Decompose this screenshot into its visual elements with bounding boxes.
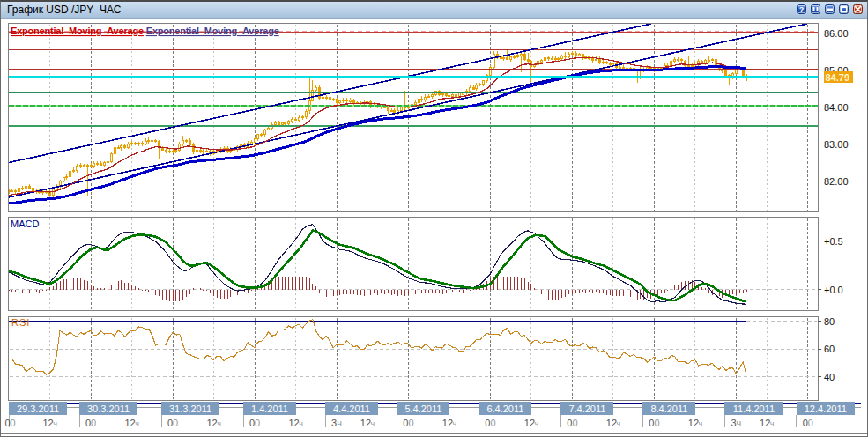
svg-text:00: 00 <box>167 418 178 428</box>
svg-text:5.4.2011: 5.4.2011 <box>404 404 441 414</box>
svg-text:12: 12 <box>688 418 699 428</box>
svg-text:ч: ч <box>535 419 539 428</box>
svg-text:ч: ч <box>135 419 139 428</box>
svg-text:+0.5: +0.5 <box>824 236 843 247</box>
svg-text:12: 12 <box>524 418 535 428</box>
svg-text:11.4.2011: 11.4.2011 <box>733 404 775 414</box>
svg-text:00: 00 <box>649 418 659 428</box>
svg-text:00: 00 <box>85 418 96 428</box>
svg-text:8.4.2011: 8.4.2011 <box>650 404 687 414</box>
svg-text:6.4.2011: 6.4.2011 <box>486 404 523 414</box>
svg-text:00: 00 <box>567 418 577 428</box>
svg-text:12: 12 <box>206 418 217 428</box>
svg-text:7.4.2011: 7.4.2011 <box>568 404 605 414</box>
svg-text:84.79: 84.79 <box>826 72 850 83</box>
svg-text:12: 12 <box>606 418 617 428</box>
svg-text:12: 12 <box>442 418 453 428</box>
svg-text:00: 00 <box>403 418 413 428</box>
svg-text:00: 00 <box>803 418 813 428</box>
svg-text:ч: ч <box>699 419 703 428</box>
svg-text:ч: ч <box>217 419 221 428</box>
svg-text:12: 12 <box>42 418 53 428</box>
svg-text:12: 12 <box>124 418 135 428</box>
svg-text:83.00: 83.00 <box>824 139 849 150</box>
svg-text:00: 00 <box>249 418 260 428</box>
svg-text:3ч: 3ч <box>731 418 741 428</box>
svg-text:4.4.2011: 4.4.2011 <box>333 404 370 414</box>
svg-text:ч: ч <box>453 419 457 428</box>
svg-text:12: 12 <box>288 418 299 428</box>
svg-text:00: 00 <box>485 418 495 428</box>
svg-text:12.4.2011: 12.4.2011 <box>805 404 847 414</box>
svg-text:ч: ч <box>53 419 57 428</box>
svg-text:+0.0: +0.0 <box>824 285 843 295</box>
svg-text:?: ? <box>799 5 804 13</box>
svg-text:ч: ч <box>617 419 621 428</box>
svg-text:82.00: 82.00 <box>824 176 849 187</box>
svg-text:86.00: 86.00 <box>824 28 849 39</box>
svg-text:60: 60 <box>824 344 835 354</box>
svg-text:30.3.2011: 30.3.2011 <box>87 404 130 414</box>
svg-text:MACD: MACD <box>11 218 39 229</box>
svg-text:29.3.2011: 29.3.2011 <box>17 404 59 414</box>
svg-text:ч: ч <box>770 419 775 428</box>
svg-text:84.00: 84.00 <box>824 102 849 113</box>
svg-text:00: 00 <box>4 418 15 428</box>
svg-text:40: 40 <box>824 372 835 382</box>
svg-text:1.4.2011: 1.4.2011 <box>251 404 288 414</box>
svg-text:12: 12 <box>760 418 770 428</box>
svg-text:31.3.2011: 31.3.2011 <box>169 404 211 414</box>
svg-text:ч: ч <box>371 419 375 428</box>
svg-text:80: 80 <box>824 316 835 327</box>
svg-text:3ч: 3ч <box>331 418 342 428</box>
svg-text:12: 12 <box>360 418 371 428</box>
svg-text:Exponential_Moving_Average Exp: Exponential_Moving_Average Exponential_M… <box>11 26 279 36</box>
svg-text:ч: ч <box>299 419 303 428</box>
svg-text:RSI: RSI <box>11 317 30 328</box>
